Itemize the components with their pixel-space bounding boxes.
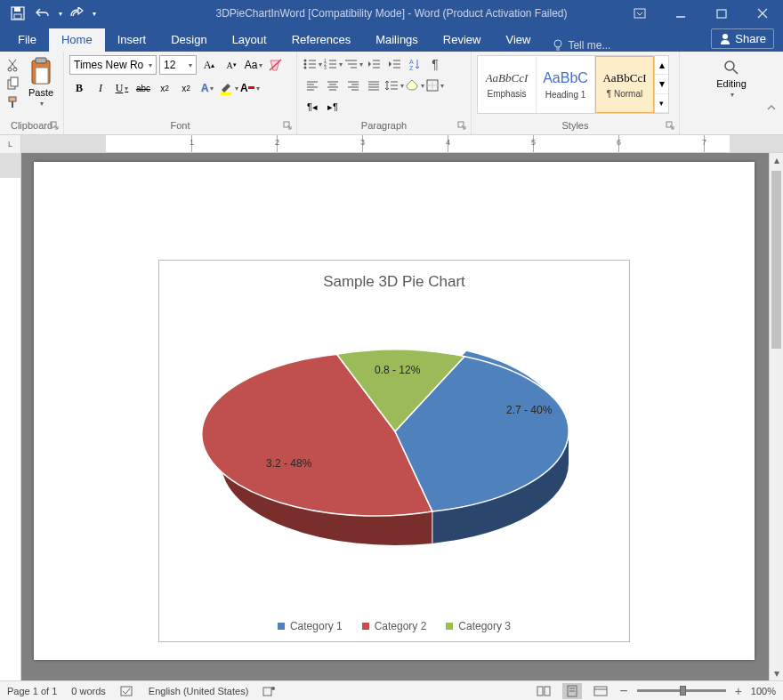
multilevel-list-icon[interactable]: ▾ (343, 55, 363, 73)
tab-design[interactable]: Design (158, 28, 219, 52)
macro-record-icon[interactable] (262, 685, 275, 697)
zoom-out-icon[interactable]: − (619, 683, 627, 699)
justify-icon[interactable] (364, 76, 383, 94)
text-effects-icon[interactable]: A▾ (198, 78, 217, 98)
ruler-tick: 7 (702, 138, 706, 147)
dialog-launcher-icon[interactable] (457, 121, 468, 132)
tab-home[interactable]: Home (49, 28, 105, 52)
cut-icon[interactable] (5, 57, 21, 73)
borders-icon[interactable]: ▾ (425, 76, 445, 94)
dialog-launcher-icon[interactable] (283, 121, 294, 132)
chart-title: Sample 3D Pie Chart (177, 273, 611, 291)
tab-insert[interactable]: Insert (105, 28, 159, 52)
align-center-icon[interactable] (323, 76, 343, 94)
numbering-icon[interactable]: 123▾ (323, 55, 343, 73)
vertical-ruler[interactable] (0, 153, 21, 680)
underline-button[interactable]: U▾ (112, 78, 132, 98)
align-left-icon[interactable] (303, 76, 322, 94)
bold-button[interactable]: B (69, 78, 89, 98)
dialog-launcher-icon[interactable] (666, 121, 676, 132)
grow-font-icon[interactable]: A▴ (199, 55, 219, 75)
italic-button[interactable]: I (91, 78, 110, 98)
tab-references[interactable]: References (279, 28, 363, 52)
zoom-slider[interactable] (637, 689, 726, 692)
document-area: Sample 3D Pie Chart (0, 153, 783, 680)
tab-selector[interactable]: L (0, 135, 21, 153)
share-label: Share (735, 32, 766, 45)
ltr-direction-icon[interactable]: ¶◂ (303, 98, 322, 116)
ribbon-display-options-icon[interactable] (619, 0, 660, 27)
print-layout-icon[interactable] (562, 683, 582, 699)
font-color-icon[interactable]: A▾ (240, 78, 260, 98)
font-size-select[interactable]: 12▾ (159, 55, 197, 75)
close-icon[interactable] (742, 0, 783, 27)
svg-rect-76 (121, 687, 132, 696)
strikethrough-button[interactable]: abc (133, 78, 153, 98)
shading-icon[interactable]: ▾ (405, 76, 424, 94)
bullets-icon[interactable]: ▾ (303, 55, 322, 73)
tab-review[interactable]: Review (431, 28, 494, 52)
group-paragraph: ▾ 123▾ ▾ AZ ¶ ▾ ▾ ▾ ¶◂ ▸¶ Para (297, 52, 472, 134)
scroll-up-icon[interactable]: ▴ (770, 153, 783, 167)
redo-icon[interactable] (66, 3, 87, 24)
document-scroll[interactable]: Sample 3D Pie Chart (21, 153, 783, 680)
increase-indent-icon[interactable] (384, 55, 404, 73)
tell-me-search[interactable]: Tell me... (543, 39, 619, 52)
page-number[interactable]: Page 1 of 1 (7, 686, 57, 696)
undo-icon[interactable] (32, 3, 53, 24)
sort-icon[interactable]: AZ (405, 55, 424, 73)
tab-layout[interactable]: Layout (220, 28, 279, 52)
decrease-indent-icon[interactable] (364, 55, 383, 73)
paste-button[interactable]: Paste ▾ (25, 55, 57, 109)
change-case-icon[interactable]: Aa▾ (244, 55, 263, 75)
status-bar: Page 1 of 1 0 words English (United Stat… (0, 680, 783, 700)
word-count[interactable]: 0 words (71, 686, 106, 696)
subscript-button[interactable]: x2 (155, 78, 174, 98)
copy-icon[interactable] (5, 76, 21, 92)
share-button[interactable]: Share (711, 28, 774, 49)
scroll-down-icon[interactable]: ▾ (770, 666, 783, 680)
format-painter-icon[interactable] (5, 94, 21, 110)
save-icon[interactable] (7, 3, 28, 24)
highlight-icon[interactable]: ▾ (219, 78, 238, 98)
style-normal[interactable]: AaBbCcI ¶ Normal (595, 56, 654, 113)
zoom-handle[interactable] (680, 686, 686, 696)
lightbulb-icon (552, 39, 564, 52)
font-family-select[interactable]: Times New Ro▾ (69, 55, 157, 75)
ruler-tick: 2 (275, 138, 279, 147)
minimize-icon[interactable] (660, 0, 701, 27)
editing-dropdown[interactable]: Editing ▾ (687, 55, 776, 102)
vertical-scrollbar[interactable]: ▴ ▾ (769, 153, 783, 680)
style-emphasis[interactable]: AaBbCcI Emphasis (478, 56, 537, 113)
horizontal-ruler[interactable]: L 1 2 3 4 5 6 7 (0, 135, 783, 153)
style-preview: AaBbCcI (602, 71, 646, 85)
tab-view[interactable]: View (493, 28, 543, 52)
chart-object[interactable]: Sample 3D Pie Chart (158, 260, 630, 642)
scroll-thumb[interactable] (771, 171, 781, 349)
clear-formatting-icon[interactable] (266, 55, 286, 75)
tab-mailings[interactable]: Mailings (363, 28, 431, 52)
style-heading1[interactable]: AaBbC Heading 1 (537, 56, 595, 113)
spellcheck-icon[interactable] (120, 685, 134, 697)
zoom-in-icon[interactable]: + (735, 684, 742, 698)
svg-rect-23 (221, 93, 231, 95)
show-hide-icon[interactable]: ¶ (425, 55, 445, 73)
page[interactable]: Sample 3D Pie Chart (34, 162, 755, 660)
styles-more[interactable]: ▴▾▾ (654, 56, 668, 113)
web-layout-icon[interactable] (591, 683, 610, 699)
line-spacing-icon[interactable]: ▾ (384, 76, 404, 94)
tab-file[interactable]: File (5, 28, 49, 52)
read-mode-icon[interactable] (534, 683, 553, 699)
superscript-button[interactable]: x2 (176, 78, 196, 98)
collapse-ribbon-icon[interactable] (765, 99, 778, 118)
align-right-icon[interactable] (343, 76, 363, 94)
language-status[interactable]: English (United States) (149, 686, 249, 696)
styles-label: Styles (477, 120, 674, 133)
rtl-direction-icon[interactable]: ▸¶ (323, 98, 343, 116)
dialog-launcher-icon[interactable] (50, 121, 61, 132)
font-size-value: 12 (164, 59, 175, 71)
shrink-font-icon[interactable]: A▾ (222, 55, 241, 75)
group-clipboard: Paste ▾ Clipboard (0, 52, 64, 134)
zoom-level[interactable]: 100% (751, 686, 776, 696)
maximize-icon[interactable] (701, 0, 742, 27)
